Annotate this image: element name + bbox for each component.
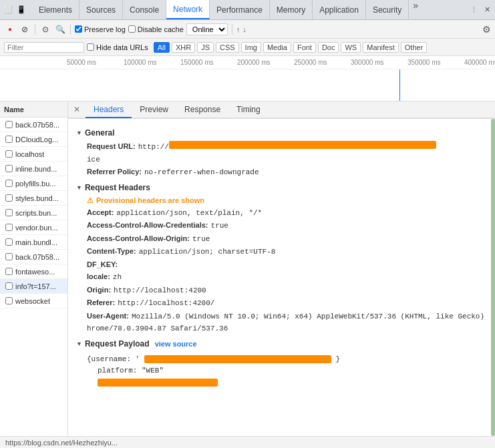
tab-sources[interactable]: Sources [79, 0, 123, 19]
scrollbar[interactable] [491, 119, 495, 436]
status-url: https://blog.csdn.net/Hezhezhiyu... [5, 439, 118, 447]
tab-performance[interactable]: Performance [210, 0, 270, 19]
view-source-button[interactable]: view source [155, 340, 197, 348]
upload-icon[interactable]: ↑ [236, 25, 240, 33]
filter-tags: All XHR JS CSS Img Media Font Doc WS Man… [154, 42, 428, 53]
warning-icon: ⚠ [87, 196, 94, 205]
header-accept: Accept: application/json, text/plain, */… [76, 206, 487, 220]
tab-preview[interactable]: Preview [132, 102, 176, 118]
accept-label: Accept: [87, 207, 114, 218]
tick-8: 400000 ms [464, 59, 495, 66]
payload-line-2: platform: "WEB" [87, 365, 476, 377]
tab-bar-icons: ⬜ 📱 [3, 5, 27, 15]
tab-response[interactable]: Response [176, 102, 228, 118]
user-agent-value-cont: hrome/78.0.3904.87 Safari/537.36 [87, 323, 228, 334]
list-item[interactable]: scripts.bun... [0, 206, 67, 220]
locale-value: zh [113, 272, 122, 283]
filter-input[interactable] [4, 42, 84, 53]
general-section-header[interactable]: ▼ General [76, 128, 487, 138]
clear-button[interactable]: ⊘ [19, 23, 31, 35]
preserve-log-checkbox[interactable]: Preserve log [75, 25, 126, 33]
tick-1: 50000 ms [67, 59, 124, 66]
filter-tag-xhr[interactable]: XHR [172, 42, 195, 53]
filter-tag-all[interactable]: All [154, 42, 170, 53]
collapse-icon: ▼ [76, 341, 82, 347]
referrer-policy-row: Referrer Policy: no-referrer-when-downgr… [76, 166, 487, 179]
filter-tag-media[interactable]: Media [263, 42, 291, 53]
tab-security[interactable]: Security [366, 0, 409, 19]
close-detail-button[interactable]: ✕ [73, 105, 80, 114]
settings-icon[interactable]: ⚙ [482, 24, 491, 35]
filter-tag-doc[interactable]: Doc [318, 42, 339, 53]
tick-6: 300000 ms [351, 59, 407, 66]
request-url-redacted [169, 141, 436, 149]
close-devtools-button[interactable]: ✕ [482, 5, 492, 15]
toolbar-separator-2 [70, 24, 71, 35]
list-item[interactable]: websocket [0, 294, 67, 308]
filter-tag-js[interactable]: JS [197, 42, 214, 53]
tick-3: 150000 ms [180, 59, 237, 66]
list-item[interactable]: vendor.bun... [0, 220, 67, 235]
tick-4: 200000 ms [237, 59, 294, 66]
inspect-icon[interactable]: ⬜ [3, 5, 13, 15]
header-df-key: DF_KEY: [76, 258, 487, 271]
disable-cache-checkbox[interactable]: Disable cache [128, 25, 184, 33]
filter-tag-ws[interactable]: WS [341, 42, 361, 53]
menu-icon[interactable]: ⋮ [468, 5, 479, 15]
list-item[interactable]: polyfills.bu... [0, 176, 67, 191]
tab-console[interactable]: Console [123, 0, 166, 19]
hide-data-urls-checkbox[interactable]: Hide data URLs [87, 43, 148, 51]
origin-label: Origin: [87, 284, 111, 296]
request-headers-section-header[interactable]: ▼ Request Headers [76, 183, 487, 192]
status-code-row: ice [76, 154, 487, 166]
status-code-value: ice [87, 154, 100, 166]
filter-tag-other[interactable]: Other [401, 42, 428, 53]
more-tabs-button[interactable]: » [409, 0, 422, 19]
list-item[interactable]: DCloudLog... [0, 132, 67, 147]
detail-tabs: ✕ Headers Preview Response Timing [68, 101, 495, 119]
tab-elements[interactable]: Elements [32, 0, 79, 19]
tab-application[interactable]: Application [313, 0, 366, 19]
tab-memory[interactable]: Memory [270, 0, 313, 19]
list-item[interactable]: back.07b58... [0, 118, 67, 132]
header-locale: locale: zh [76, 270, 487, 284]
content-type-value: application/json; charset=UTF-8 [139, 246, 276, 258]
detail-panel: ✕ Headers Preview Response Timing ▼ Gene… [68, 101, 495, 436]
list-item[interactable]: main.bundl... [0, 235, 67, 250]
list-item[interactable]: fontaweso... [0, 264, 67, 279]
request-list: Name back.07b58... DCloudLog... localhos… [0, 101, 68, 436]
tab-headers[interactable]: Headers [86, 102, 132, 118]
tab-timing[interactable]: Timing [228, 102, 269, 118]
list-item[interactable]: back.07b58... [0, 250, 67, 264]
filter-tag-css[interactable]: CSS [216, 42, 239, 53]
list-item-active[interactable]: info?t=157... [0, 279, 67, 294]
detail-content: ▼ General Request URL: http:// ice Refer… [68, 119, 495, 436]
payload-line-3 [87, 377, 476, 389]
acac-value: true [211, 220, 228, 232]
filter-tag-manifest[interactable]: Manifest [363, 42, 399, 53]
list-item[interactable]: styles.bund... [0, 191, 67, 206]
payload-line3-redacted [98, 379, 218, 387]
request-list-header: Name [0, 101, 67, 118]
referer-label: Referer: [87, 297, 115, 308]
search-icon[interactable]: 🔍 [54, 23, 66, 35]
filter-icon[interactable]: ⊙ [39, 23, 51, 35]
throttle-select[interactable]: Online [186, 23, 228, 35]
filter-tag-font[interactable]: Font [293, 42, 316, 53]
dev-tools-tab-bar: ⬜ 📱 Elements Sources Console Network Per… [0, 0, 495, 20]
device-icon[interactable]: 📱 [16, 5, 27, 15]
tab-network[interactable]: Network [166, 0, 210, 19]
request-payload-section-header[interactable]: ▼ Request Payload view source [76, 339, 487, 349]
record-button[interactable]: ● [4, 23, 16, 35]
payload-username-redacted [144, 355, 331, 363]
download-icon[interactable]: ↓ [242, 25, 246, 33]
toolbar-separator-1 [35, 24, 35, 35]
tick-7: 350000 ms [407, 59, 464, 66]
filter-tag-img[interactable]: Img [241, 42, 261, 53]
list-item[interactable]: localhost [0, 147, 67, 162]
timeline-ruler: 50000 ms 100000 ms 150000 ms 200000 ms 2… [0, 56, 495, 69]
collapse-icon: ▼ [76, 184, 82, 191]
referer-value: http://localhost:4200/ [118, 298, 214, 309]
acao-value: true [192, 234, 210, 245]
list-item[interactable]: inline.bund... [0, 162, 67, 176]
